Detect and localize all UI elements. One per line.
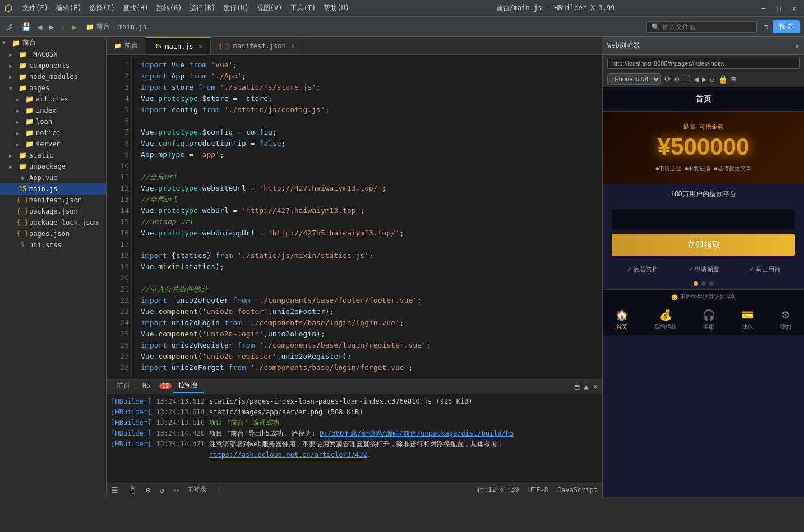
toolbar-star[interactable]: ☆ [58,21,67,33]
main-content: ▼ 📁 前台 ▶ 📁 _MACOSX ▶ 📁 components ▶ 📁 no… [0,37,804,497]
sidebar-label: main.js [29,185,58,193]
menu-run[interactable]: 运行(R) [186,2,219,14]
file-search[interactable]: 🔍 [646,21,757,33]
run-device-icon[interactable]: 📱 [127,485,137,494]
menu-help[interactable]: 帮助(U) [320,2,353,14]
sidebar-item-components[interactable]: ▶ 📁 components [0,60,106,71]
fullscreen-icon[interactable]: ⛶ [682,75,690,84]
browser-panel: Web浏览器 ✕ iPhone 6/7/8 ⟳ ⚙ ⛶ ◀ ▶ ↺ 🔒 ⊞ 首页 [602,37,804,497]
sidebar-item-loan[interactable]: ▶ 📁 loan [0,116,106,127]
preview-button[interactable]: 预览 [773,20,800,33]
menu-find[interactable]: 查找(H) [119,2,152,14]
toolbar-save[interactable]: 💾 [19,21,33,33]
nav-home[interactable]: 🏠 首页 [616,309,628,331]
arrow: ▶ [9,152,16,159]
tab-close-btn2[interactable]: ✕ [292,43,295,49]
refresh-icon[interactable]: ↺ [159,485,164,494]
sidebar-item-server[interactable]: ▶ 📁 server [0,138,106,150]
bottom-tab-h5[interactable]: 前台 - H5 12 [111,380,172,392]
menu-goto[interactable]: 跳转(G) [153,2,186,14]
toolbar-run[interactable]: ▶ [70,21,78,33]
menu-edit[interactable]: 编辑(E) [53,2,85,14]
sidebar-item-articles[interactable]: ▶ 📁 articles [0,94,106,105]
sidebar-label: notice [36,129,60,137]
nav-service[interactable]: 🎧 客服 [703,309,715,331]
toolbar-forward[interactable]: ▶ [47,21,56,33]
sidebar-toggle-icon[interactable]: ☰ [111,485,118,494]
root-folder-icon: 📁 [11,39,20,48]
tab-close-btn[interactable]: ✕ [199,43,202,49]
sidebar-item-node-modules[interactable]: ▶ 📁 node_modules [0,71,106,82]
nav-wallet[interactable]: 💳 钱包 [741,309,754,331]
bottom-tab-console[interactable]: 控制台 [173,379,204,393]
menu-file[interactable]: 文件(F) [19,2,52,14]
encoding-status: UTF-8 [528,486,548,494]
close-btn[interactable]: ✕ [789,3,800,13]
build-icon[interactable]: ⚙ [146,485,150,494]
sidebar-item-package[interactable]: { } package.json [0,206,106,217]
settings-icon[interactable]: ⋯ [173,485,178,494]
sidebar-item-uni-scss[interactable]: S uni.scss [0,239,106,251]
sidebar-item-app-vue[interactable]: ◈ App.vue [0,172,106,183]
dot-3 [709,281,714,286]
bottom-expand-icon[interactable]: ⬒ [575,382,579,391]
url-input[interactable] [607,58,800,69]
toolbar-back[interactable]: ◀ [35,21,44,33]
scss-file-icon: S [18,240,27,249]
tab-folder[interactable]: 📁 前台 [107,37,146,54]
code-content[interactable]: import Vue from 'vue'; import App from '… [132,55,602,378]
menu-view[interactable]: 视图(V) [253,2,286,14]
sidebar-item-notice[interactable]: ▶ 📁 notice [0,127,106,138]
log-link2[interactable]: https://ask.dcloud.net.cn/article/37432 [209,451,367,459]
lock-icon[interactable]: 🔒 [718,75,728,84]
bottom-log-content: [HBuilder] 13:24:13.612 static/js/pages-… [107,394,602,466]
sidebar-label: package.json [29,207,78,215]
browser-content: 首页 最高 可借金额 ¥500000 ●申请必过 ●不要征信 ●让借款更简单 1… [603,87,804,497]
code-editor: 12345 678910 1112131415 1617181920 21222… [107,55,602,378]
breadcrumb-root[interactable]: 前台 [96,22,110,31]
browser-close-btn[interactable]: ✕ [795,41,800,50]
minimize-btn[interactable]: — [758,3,769,13]
apply-button[interactable]: 立即领取 [612,234,795,256]
tab-manifest[interactable]: { } manifest.json ✕ [211,37,303,54]
tab-main-js[interactable]: JS main.js ✕ [146,37,211,54]
maximize-btn[interactable]: □ [774,3,784,13]
breadcrumb-file[interactable]: main.js [118,23,147,31]
sidebar-item-pages-json[interactable]: { } pages.json [0,228,106,239]
forward-icon[interactable]: ▶ [702,75,706,84]
code-line: //uniapp url [141,216,593,228]
refresh-browser-icon[interactable]: ↺ [710,75,714,84]
log-line: [HBuilder] 13:24:13.614 static/images/ap… [111,407,598,418]
search-input[interactable] [662,23,752,31]
sidebar-item-package-lock[interactable]: { } package-lock.json [0,217,106,228]
banner-subtitle: 最高 可借金额 [614,123,793,131]
menu-select[interactable]: 选择(I) [86,2,118,14]
bottom-up-icon[interactable]: ▲ [584,382,588,391]
sidebar-item-index[interactable]: ▶ 📁 index [0,105,106,116]
arrow: ▶ [16,130,22,136]
settings-icon[interactable]: ⚙ [674,75,679,84]
sidebar-item-static[interactable]: ▶ 📁 static [0,150,106,161]
code-line: Vue.prototype.$config = config; [141,127,593,138]
sidebar-item-main-js[interactable]: JS main.js [0,183,106,195]
sidebar-item-unpackage[interactable]: ▶ 📁 unpackage [0,161,106,172]
check-icon3: ✓ [749,266,754,273]
back-icon[interactable]: ◀ [694,75,698,84]
menu-publish[interactable]: 发行(U) [220,2,252,14]
filter-icon[interactable]: ⊟ [764,22,768,31]
browser-toolbar: iPhone 6/7/8 ⟳ ⚙ ⛶ ◀ ▶ ↺ 🔒 ⊞ [603,55,804,87]
nav-loan[interactable]: 💰 我的借款 [654,309,677,331]
sidebar-root[interactable]: ▼ 📁 前台 [0,37,106,49]
sidebar-item-manifest[interactable]: { } manifest.json [0,195,106,206]
toolbar-new[interactable]: 🖊 [4,21,17,33]
nav-mine[interactable]: ⚙ 我的 [780,309,791,331]
bottom-close-icon[interactable]: ✕ [593,382,598,391]
grid-icon[interactable]: ⊞ [731,75,736,84]
device-selector[interactable]: iPhone 6/7/8 [607,73,661,85]
log-link[interactable]: D:/360下载/新源码/源码/前台/unpackage/dist/build/… [320,429,514,437]
menu-tools[interactable]: 工具(T) [287,2,320,14]
bottom-tab-label[interactable]: 前台 - H5 [111,380,156,392]
sidebar-item-pages[interactable]: ▼ 📁 pages [0,82,106,94]
sidebar-item-macosx[interactable]: ▶ 📁 _MACOSX [0,49,106,60]
rotate-icon[interactable]: ⟳ [664,75,671,84]
